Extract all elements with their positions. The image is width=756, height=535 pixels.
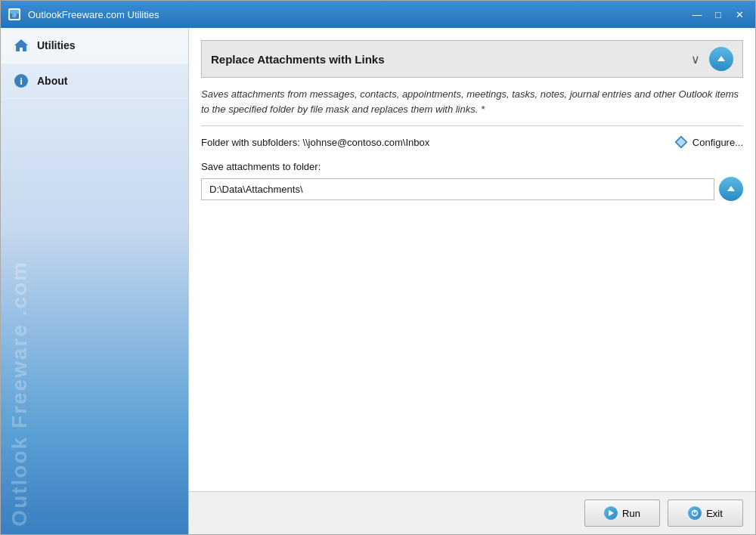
- window-title: OutlookFreeware.com Utilities: [28, 9, 687, 20]
- scroll-up-button[interactable]: [709, 47, 733, 71]
- chevron-down-icon: ∨: [691, 52, 700, 66]
- save-section: Save attachments to folder:: [201, 161, 743, 201]
- close-button[interactable]: ✕: [730, 5, 749, 23]
- svg-marker-11: [609, 510, 614, 516]
- sidebar-item-about-label: About: [37, 75, 67, 87]
- run-button[interactable]: Run: [584, 499, 660, 527]
- dropdown-selected-label: Replace Attachments with Links: [211, 53, 691, 66]
- sidebar-item-about[interactable]: i About: [1, 63, 188, 99]
- exit-button[interactable]: Exit: [668, 499, 743, 527]
- run-label: Run: [622, 508, 640, 519]
- browse-button[interactable]: [719, 177, 743, 201]
- info-icon: i: [13, 73, 29, 89]
- app-icon: @: [7, 7, 22, 22]
- exit-label: Exit: [706, 508, 723, 519]
- bottom-bar: Run Exit: [189, 491, 755, 534]
- dropdown-header[interactable]: Replace Attachments with Links ∨: [201, 40, 743, 78]
- svg-text:@: @: [12, 13, 17, 17]
- main-content: Utilities i About Outlook Freeware .com: [1, 28, 755, 534]
- app-window: @ OutlookFreeware.com Utilities — □ ✕: [0, 0, 756, 535]
- folder-row: Folder with subfolders: \\johnse@contoso…: [201, 135, 743, 149]
- svg-text:i: i: [20, 76, 23, 87]
- sidebar-item-utilities[interactable]: Utilities: [1, 28, 188, 63]
- folder-input[interactable]: [201, 178, 714, 200]
- watermark-text: Outlook Freeware .com: [1, 253, 39, 534]
- svg-marker-10: [727, 186, 735, 191]
- right-panel: Replace Attachments with Links ∨ Saves a…: [188, 28, 755, 534]
- minimize-button[interactable]: —: [687, 5, 707, 23]
- home-icon: [13, 37, 29, 54]
- window-controls: — □ ✕: [687, 5, 749, 23]
- power-icon: [688, 506, 702, 520]
- sidebar-item-utilities-label: Utilities: [37, 39, 76, 51]
- run-icon: [604, 506, 618, 520]
- sidebar-watermark: Outlook Freeware .com: [1, 28, 188, 534]
- folder-path-label: Folder with subfolders: \\johnse@contoso…: [201, 137, 674, 148]
- configure-label: Configure...: [692, 137, 743, 148]
- sidebar: Utilities i About Outlook Freeware .com: [1, 28, 188, 534]
- configure-icon: [674, 135, 688, 149]
- sidebar-nav: Utilities i About: [1, 28, 188, 99]
- title-bar: @ OutlookFreeware.com Utilities — □ ✕: [1, 1, 755, 28]
- content-area: Replace Attachments with Links ∨ Saves a…: [189, 28, 755, 491]
- folder-input-row: [201, 177, 743, 201]
- svg-marker-4: [14, 39, 28, 51]
- description-text: Saves attachments from messages, contact…: [201, 87, 743, 116]
- save-label: Save attachments to folder:: [201, 161, 743, 172]
- svg-marker-7: [717, 56, 725, 61]
- maximize-button[interactable]: □: [708, 5, 728, 23]
- configure-button[interactable]: Configure...: [674, 135, 743, 149]
- divider: [201, 125, 743, 126]
